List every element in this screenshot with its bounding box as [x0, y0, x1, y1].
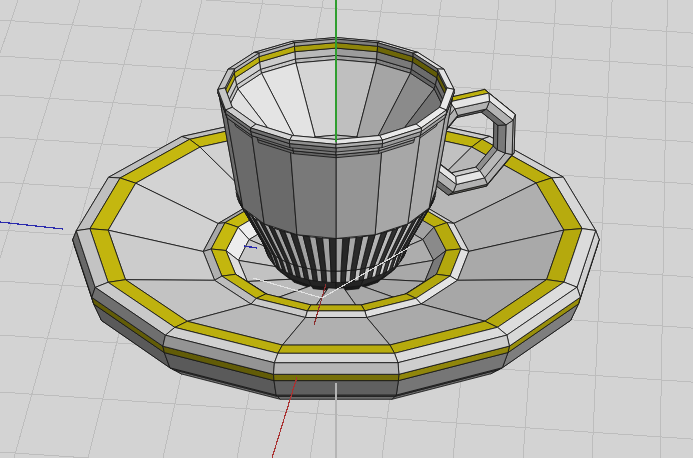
- viewport-canvas[interactable]: [0, 0, 693, 458]
- 3d-viewport[interactable]: [0, 0, 693, 458]
